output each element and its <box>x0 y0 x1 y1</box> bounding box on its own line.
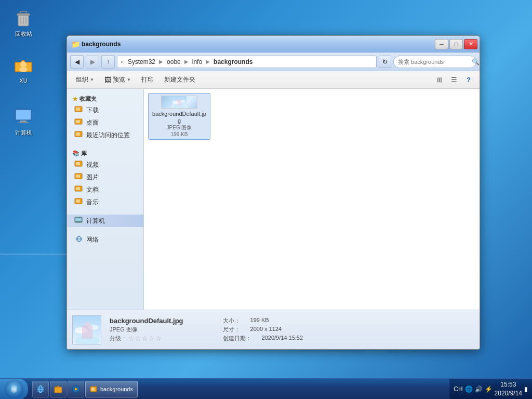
desktop-icon-recycle[interactable]: 回收站 <box>5 5 42 39</box>
clock-time: 15:53 <box>495 380 522 389</box>
svg-point-39 <box>178 99 181 101</box>
path-backgrounds[interactable]: backgrounds <box>212 58 254 66</box>
details-pane-button[interactable]: ☰ <box>447 73 461 87</box>
desktop-icon-computer[interactable]: 计算机 <box>5 104 42 138</box>
view-toggle-button[interactable]: ⊞ <box>433 73 446 87</box>
view-button[interactable]: 🖼 预览 ▼ <box>100 73 136 87</box>
svg-point-45 <box>85 322 90 327</box>
search-input[interactable] <box>398 59 470 65</box>
nav-recent[interactable]: 最近访问的位置 <box>67 129 143 141</box>
print-button[interactable]: 打印 <box>137 73 158 87</box>
tray-lang[interactable]: CH <box>454 385 462 393</box>
taskbar-explorer-button[interactable]: backgrounds <box>85 381 138 397</box>
start-button[interactable]: ⊞ <box>0 379 28 400</box>
nav-computer[interactable]: 计算机 <box>67 215 143 227</box>
music-icon <box>74 198 84 207</box>
tray-battery[interactable]: ⚡ <box>485 385 493 393</box>
maximize-button[interactable]: □ <box>449 39 463 49</box>
path-oobe[interactable]: oobe <box>165 58 182 66</box>
new-folder-button[interactable]: 新建文件夹 <box>159 73 200 87</box>
downloads-label: 下载 <box>86 106 99 115</box>
recycle-bin-label: 回收站 <box>15 30 32 37</box>
svg-rect-21 <box>76 162 80 165</box>
taskbar-items: backgrounds <box>30 381 449 397</box>
date-label: 创建日期： <box>223 335 251 342</box>
svg-point-9 <box>19 67 28 72</box>
videos-label: 视频 <box>86 161 99 169</box>
status-details: 大小： 199 KB 尺寸： 2000 x 1124 创建日期： 2020/9/… <box>223 317 303 342</box>
taskbar-ie-button[interactable] <box>32 381 49 397</box>
search-icon[interactable]: 🔍 <box>472 58 480 65</box>
address-bar: ◀ ▶ ↑ « System32 ▶ oobe ▶ info ▶ backgro… <box>67 52 480 71</box>
favorites-title: ★ 收藏夹 <box>67 93 143 104</box>
status-bar: backgroundDefault.jpg JPEG 图像 分级： ☆☆☆☆☆ … <box>67 310 480 349</box>
nav-downloads[interactable]: 下载 <box>67 104 143 116</box>
rating-stars[interactable]: ☆☆☆☆☆ <box>128 335 162 342</box>
computer-icon-label: 计算机 <box>15 129 32 136</box>
file-size: 199 KB <box>171 131 188 137</box>
forward-button[interactable]: ▶ <box>86 55 99 69</box>
nav-desktop[interactable]: 桌面 <box>67 116 143 129</box>
toolbar-right: ⊞ ☰ ? <box>433 73 475 87</box>
svg-rect-53 <box>55 387 62 393</box>
size-value: 199 KB <box>250 317 269 325</box>
close-button[interactable]: ✕ <box>464 39 477 49</box>
back-button[interactable]: ◀ <box>70 55 84 69</box>
nav-pictures[interactable]: 图片 <box>67 171 143 183</box>
tray-volume[interactable]: 🔊 <box>475 385 483 393</box>
content-area: ★ 收藏夹 下载 桌面 <box>67 89 480 310</box>
tray-show-desktop[interactable]: ▮ <box>524 385 528 393</box>
help-button[interactable]: ? <box>462 73 475 87</box>
svg-point-8 <box>20 61 26 68</box>
nav-videos[interactable]: 视频 <box>67 158 143 171</box>
svg-rect-17 <box>76 120 80 123</box>
toolbar: 组织 ▼ 🖼 预览 ▼ 打印 新建文件夹 ⊞ ☰ ? <box>67 71 480 89</box>
taskbar-clock[interactable]: 15:53 2020/9/14 <box>495 380 522 398</box>
svg-rect-27 <box>76 200 80 203</box>
status-info: backgroundDefault.jpg JPEG 图像 分级： ☆☆☆☆☆ <box>110 317 183 342</box>
music-label: 音乐 <box>86 198 99 207</box>
minimize-button[interactable]: ─ <box>435 39 448 49</box>
file-name: backgroundDefault.jpg <box>151 111 208 124</box>
svg-rect-19 <box>76 132 80 136</box>
status-type: JPEG 图像 <box>110 326 183 334</box>
organize-button[interactable]: 组织 ▼ <box>71 73 99 87</box>
dimension-label: 尺寸： <box>223 326 240 334</box>
network-label: 网络 <box>86 235 99 244</box>
recycle-bin-icon <box>13 7 34 28</box>
downloads-icon <box>74 106 84 115</box>
start-orb: ⊞ <box>5 380 23 398</box>
svg-rect-15 <box>76 108 80 111</box>
nav-music[interactable]: 音乐 <box>67 196 143 208</box>
status-filename: backgroundDefault.jpg <box>110 317 183 325</box>
explorer-window: 📁 backgrounds ─ □ ✕ ◀ ▶ ↑ « System32 ▶ o… <box>66 35 480 350</box>
nav-network[interactable]: 网络 <box>67 233 143 246</box>
up-button[interactable]: ↑ <box>101 55 115 69</box>
status-size-row: 大小： 199 KB <box>223 317 303 325</box>
svg-rect-1 <box>17 14 30 16</box>
nav-panel: ★ 收藏夹 下载 桌面 <box>67 89 144 310</box>
refresh-button[interactable]: ↻ <box>379 56 391 68</box>
taskbar-filemanager-button[interactable] <box>50 381 66 397</box>
svg-rect-12 <box>20 121 26 122</box>
nav-documents[interactable]: 文档 <box>67 183 143 196</box>
svg-rect-25 <box>76 187 80 190</box>
svg-rect-29 <box>75 218 82 221</box>
file-item-background-default[interactable]: backgroundDefault.jpg JPEG 图像 199 KB <box>148 93 210 140</box>
status-thumbnail <box>72 315 101 344</box>
size-label: 大小： <box>223 317 240 325</box>
path-system32[interactable]: System32 <box>126 58 157 66</box>
status-rating: 分级： ☆☆☆☆☆ <box>110 335 183 342</box>
videos-icon <box>74 161 84 169</box>
svg-rect-57 <box>91 388 95 391</box>
pictures-label: 图片 <box>86 173 99 182</box>
tray-network[interactable]: 🌐 <box>465 385 473 393</box>
user-folder-label: XU <box>19 77 27 84</box>
svg-rect-23 <box>76 175 80 178</box>
taskbar-tray: CH 🌐 🔊 ⚡ 15:53 2020/9/14 ▮ <box>449 379 532 400</box>
computer-nav-label: 计算机 <box>86 217 105 225</box>
desktop-nav-label: 桌面 <box>86 118 99 127</box>
path-info[interactable]: info <box>191 58 204 66</box>
desktop-icon-user[interactable]: XU <box>5 52 42 86</box>
taskbar-media-button[interactable] <box>68 381 84 397</box>
